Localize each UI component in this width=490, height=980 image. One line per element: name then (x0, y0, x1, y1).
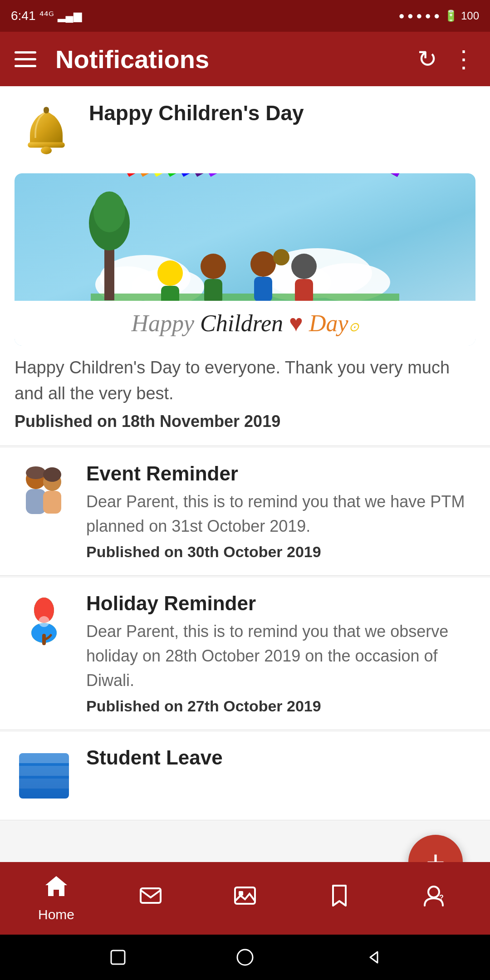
bottom-navigation: Home (0, 862, 490, 935)
svg-point-14 (250, 251, 276, 277)
big-card-header: Happy Children's Day (15, 101, 475, 164)
status-bar: 6:41 ⁴⁴ᴳ ▂▄▆ ● ● ● ● ● 🔋 100 (0, 0, 490, 32)
doc-stripe (19, 779, 69, 789)
back-arrow-icon (363, 948, 381, 966)
small-card-content: Event Reminder Dear Parent, this is to r… (86, 462, 475, 561)
status-bar-left: 6:41 ⁴⁴ᴳ ▂▄▆ (11, 9, 82, 23)
nav-item-profile[interactable]: ? (397, 884, 470, 913)
home-icon (44, 874, 68, 903)
notification-title: Student Leave (86, 746, 475, 769)
svg-point-26 (43, 467, 61, 482)
hamburger-line (15, 51, 36, 54)
people-icon (15, 462, 74, 521)
nav-item-messages[interactable] (114, 884, 187, 913)
bookmark-svg-icon (328, 884, 351, 907)
notification-description: Dear Parent, this is to remind you that … (86, 619, 475, 693)
svg-point-41 (237, 950, 253, 965)
doc-stripe (19, 766, 69, 776)
android-nav-bar (0, 935, 490, 980)
battery-display: 🔋 100 (444, 10, 479, 22)
status-bar-right: ● ● ● ● ● 🔋 100 (398, 10, 479, 22)
messages-icon (139, 884, 162, 913)
small-card-content: Student Leave (86, 746, 475, 774)
children-day-image: Happy Children ♥ Day⊙ (15, 173, 475, 346)
notification-title: Event Reminder (86, 462, 475, 485)
document-icon (15, 746, 74, 805)
notification-icons: ● ● ● ● ● (398, 10, 440, 22)
small-card-layout: Holiday Reminder Dear Parent, this is to… (15, 592, 475, 715)
notification-description: Happy Children's Day to everyone. Thank … (15, 355, 475, 407)
svg-marker-34 (45, 876, 67, 896)
gallery-icon (233, 884, 257, 913)
svg-marker-42 (370, 952, 377, 963)
recent-apps-button[interactable] (104, 944, 132, 971)
svg-text:?: ? (439, 894, 444, 902)
svg-point-38 (428, 887, 439, 897)
home-button[interactable] (231, 944, 259, 971)
small-card-content: Holiday Reminder Dear Parent, this is to… (86, 592, 475, 715)
notification-item-holiday-reminder[interactable]: Holiday Reminder Dear Parent, this is to… (0, 578, 490, 730)
time-display: 6:41 (11, 9, 36, 23)
small-card-layout: Event Reminder Dear Parent, this is to r… (15, 462, 475, 561)
home-circle-icon (236, 948, 254, 966)
home-svg-icon (44, 874, 68, 898)
svg-rect-24 (26, 489, 46, 514)
gallery-svg-icon (233, 884, 257, 907)
clover-svg-icon (19, 597, 69, 647)
more-options-button[interactable]: ⋮ (452, 45, 475, 73)
svg-point-10 (157, 260, 183, 286)
messages-svg-icon (139, 884, 162, 907)
bell-icon (15, 101, 78, 164)
notification-title: Happy Children's Day (89, 101, 475, 125)
nav-item-home[interactable]: Home (20, 874, 93, 922)
notification-item-student-leave[interactable]: Student Leave (0, 732, 490, 820)
profile-svg-icon: ? (422, 884, 446, 907)
svg-point-18 (273, 249, 289, 265)
hamburger-line (15, 65, 36, 67)
children-day-banner: Happy Children ♥ Day⊙ (15, 173, 475, 346)
refresh-button[interactable]: ↻ (417, 45, 437, 73)
bell-svg-icon (19, 105, 74, 160)
hamburger-line (15, 58, 36, 60)
notifications-list: Happy Children's Day (0, 86, 490, 862)
bookmark-icon (328, 884, 351, 913)
doc-stripe (19, 753, 69, 763)
notification-item-event-reminder[interactable]: Event Reminder Dear Parent, this is to r… (0, 448, 490, 576)
svg-rect-27 (43, 491, 61, 514)
notification-item-children-day[interactable]: Happy Children's Day (0, 86, 490, 446)
svg-point-23 (26, 466, 46, 479)
small-card-layout: Student Leave (15, 746, 475, 805)
nav-item-gallery[interactable] (209, 884, 281, 913)
children-day-text: Happy Children ♥ Day⊙ (28, 310, 462, 337)
header-actions: ↻ ⋮ (417, 45, 475, 73)
svg-rect-35 (141, 888, 161, 903)
notification-description: Dear Parent, this is to remind you that … (86, 490, 475, 539)
svg-point-12 (201, 254, 226, 279)
nav-item-bookmark[interactable] (303, 884, 376, 913)
svg-point-1 (41, 147, 52, 154)
profile-icon: ? (422, 884, 446, 913)
clover-icon (15, 592, 74, 651)
svg-rect-15 (254, 277, 272, 302)
svg-point-21 (93, 191, 125, 232)
notification-title: Holiday Reminder (86, 592, 475, 615)
recents-icon (109, 948, 127, 966)
svg-point-16 (291, 254, 317, 279)
children-day-text-banner: Happy Children ♥ Day⊙ (15, 301, 475, 346)
app-header: Notifications ↻ ⋮ (0, 32, 490, 86)
svg-rect-40 (111, 951, 125, 964)
notification-date: Published on 27th October 2019 (86, 697, 475, 715)
notification-date: Published on 18th November 2019 (15, 412, 475, 431)
svg-point-32 (39, 616, 49, 627)
svg-rect-2 (44, 107, 49, 113)
signal-bars: ▂▄▆ (58, 10, 82, 22)
page-title: Notifications (55, 44, 417, 74)
big-card-title-area: Happy Children's Day (89, 101, 475, 132)
svg-rect-13 (204, 279, 222, 304)
menu-button[interactable] (15, 45, 42, 73)
notification-date: Published on 30th October 2019 (86, 543, 475, 561)
nav-label-home: Home (38, 907, 74, 922)
svg-rect-17 (295, 279, 313, 304)
back-button[interactable] (358, 944, 386, 971)
leave-document (19, 753, 69, 799)
